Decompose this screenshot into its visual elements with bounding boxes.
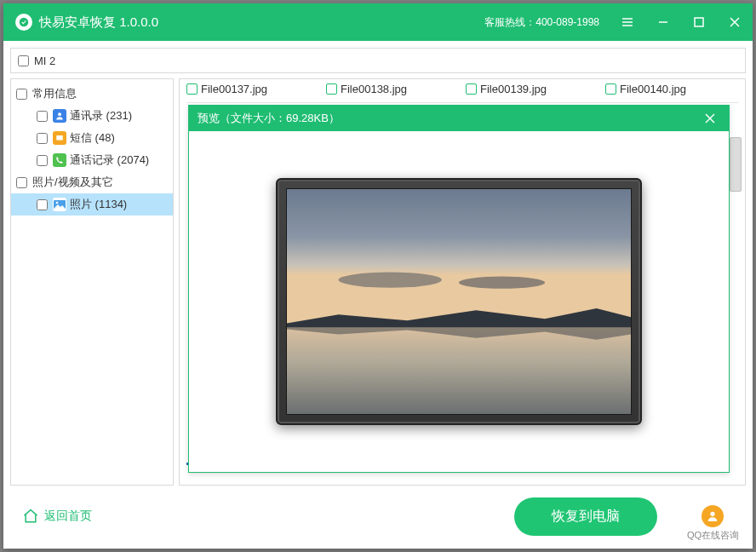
svg-point-8 [58, 112, 61, 116]
close-button[interactable] [717, 3, 753, 41]
svg-rect-9 [56, 135, 63, 141]
device-checkbox[interactable] [18, 55, 29, 66]
file-checkbox-1[interactable] [186, 83, 198, 95]
file-name-4: File00140.jpg [620, 83, 686, 95]
back-home-button[interactable]: 返回首页 [22, 508, 92, 525]
file-name-1: File00137.jpg [201, 83, 267, 95]
sms-checkbox[interactable] [37, 133, 48, 144]
sidebar: 常用信息 通讯录 (231) 短信 (48) [10, 78, 174, 486]
device-name: MI 2 [34, 55, 55, 67]
qq-icon [702, 505, 724, 527]
group-common-checkbox[interactable] [16, 89, 27, 100]
file-checkbox-4[interactable] [605, 83, 616, 95]
device-bar: MI 2 [10, 48, 746, 73]
svg-point-16 [459, 277, 545, 289]
group-common-label: 常用信息 [32, 86, 77, 101]
preview-image [287, 189, 631, 414]
file-header-row: File00137.jpg File00138.jpg File00139.jp… [180, 79, 745, 99]
file-name-2: File00138.jpg [341, 83, 407, 95]
photo-frame [276, 178, 642, 425]
file-cell-4[interactable]: File00140.jpg [605, 83, 738, 95]
qq-label: QQ在线咨询 [687, 529, 739, 542]
file-cell-3[interactable]: File00139.jpg [466, 83, 598, 95]
svg-point-18 [711, 512, 715, 516]
recover-button[interactable]: 恢复到电脑 [514, 497, 657, 536]
contacts-label: 通讯录 (231) [70, 108, 132, 124]
calls-checkbox[interactable] [37, 155, 48, 166]
maximize-button[interactable] [681, 3, 717, 41]
back-home-label: 返回首页 [44, 509, 92, 524]
preview-header: 预览（文件大小：69.28KB） [189, 106, 729, 131]
preview-body [189, 131, 729, 472]
svg-rect-14 [287, 189, 631, 327]
content-pane: File00137.jpg File00138.jpg File00139.jp… [179, 78, 746, 486]
titlebar: 快易安卓恢复 1.0.0.0 客服热线：400-089-1998 [3, 3, 753, 41]
contacts-icon [53, 109, 66, 123]
svg-rect-17 [287, 327, 631, 414]
hotline-text: 客服热线：400-089-1998 [484, 15, 599, 30]
tree-item-photos[interactable]: 照片 (1134) [11, 193, 173, 216]
svg-point-15 [339, 272, 442, 287]
preview-title: 预览（文件大小：69.28KB） [198, 111, 340, 126]
contacts-checkbox[interactable] [37, 111, 48, 122]
photos-icon [53, 198, 66, 211]
svg-rect-5 [695, 18, 703, 26]
file-checkbox-3[interactable] [466, 83, 477, 95]
sms-label: 短信 (48) [70, 130, 115, 146]
photos-checkbox[interactable] [37, 199, 48, 210]
tree-group-media[interactable]: 照片/视频及其它 [11, 171, 173, 193]
photos-label: 照片 (1134) [70, 197, 127, 212]
scrollbar-thumb[interactable] [730, 137, 742, 192]
calls-label: 通话记录 (2074) [70, 152, 149, 168]
qq-support-button[interactable]: QQ在线咨询 [687, 505, 739, 542]
group-media-checkbox[interactable] [16, 177, 27, 188]
sms-icon [53, 131, 66, 145]
group-media-label: 照片/视频及其它 [32, 175, 113, 190]
preview-modal: 预览（文件大小：69.28KB） [188, 105, 730, 473]
menu-button[interactable] [610, 3, 645, 41]
file-cell-2[interactable]: File00138.jpg [326, 83, 459, 95]
app-title: 快易安卓恢复 1.0.0.0 [39, 14, 158, 31]
preview-close-button[interactable] [700, 108, 720, 129]
tree-item-contacts[interactable]: 通讯录 (231) [11, 105, 173, 127]
footer: 返回首页 恢复到电脑 QQ在线咨询 [10, 491, 746, 542]
tree-item-sms[interactable]: 短信 (48) [11, 127, 173, 149]
svg-point-0 [20, 18, 29, 27]
tree-item-calls[interactable]: 通话记录 (2074) [11, 149, 173, 171]
calls-icon [53, 153, 66, 167]
file-name-3: File00139.jpg [480, 83, 547, 95]
svg-point-11 [56, 202, 59, 204]
file-checkbox-2[interactable] [326, 83, 337, 95]
minimize-button[interactable] [645, 3, 681, 41]
app-logo-icon [15, 14, 32, 31]
tree-group-common[interactable]: 常用信息 [11, 83, 173, 105]
file-cell-1[interactable]: File00137.jpg [186, 83, 319, 95]
home-icon [22, 508, 39, 525]
